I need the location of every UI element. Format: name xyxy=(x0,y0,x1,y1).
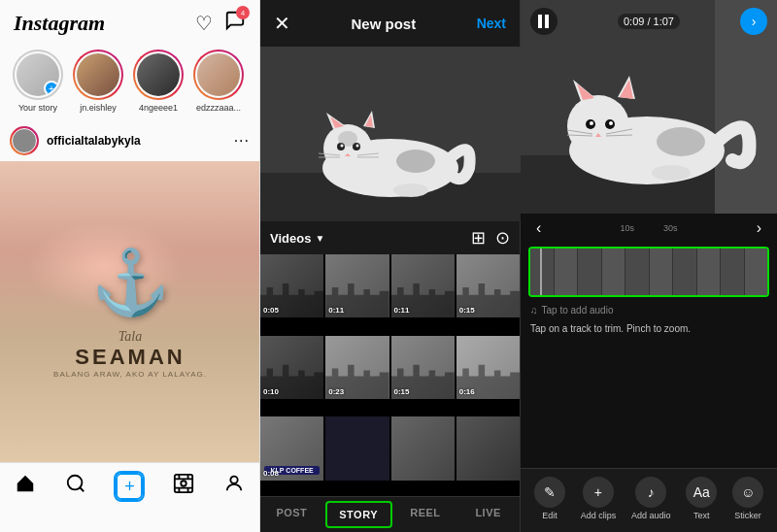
add-story-btn[interactable]: + xyxy=(44,81,59,96)
gallery-cell[interactable] xyxy=(391,416,455,480)
timeline-frame xyxy=(745,249,768,295)
filter-label[interactable]: Videos ▼ xyxy=(270,231,324,246)
trim-hint-text: Tap on a track to trim. Pinch to zoom. xyxy=(530,323,691,334)
newpost-close-btn[interactable]: ✕ xyxy=(274,12,290,35)
gallery-cell[interactable] xyxy=(456,416,520,480)
music-icon: ♫ xyxy=(530,305,538,316)
post-options-btn[interactable]: ··· xyxy=(234,132,250,150)
feed-panel: Instagram ♡ 4 + Your story xyxy=(0,0,260,532)
gallery-cell[interactable]: 0:11 xyxy=(391,254,455,317)
heart-icon[interactable]: ♡ xyxy=(195,12,213,35)
gallery-grid: 0:05 0:11 0:11 0:15 0:10 0:23 0:15 0:16 … xyxy=(260,254,520,496)
tab-story[interactable]: STORY xyxy=(325,501,392,528)
sticker-icon: ☺ xyxy=(732,477,763,508)
svg-point-43 xyxy=(657,127,705,156)
timeline-frame xyxy=(650,249,673,295)
tool-addclips-label: Add clips xyxy=(581,511,617,520)
tool-add-audio[interactable]: ♪ Add audio xyxy=(631,477,671,520)
gallery-cell[interactable]: 0:16 xyxy=(456,336,520,399)
timeline-strip[interactable] xyxy=(528,247,769,297)
gallery-icon[interactable]: ⊞ xyxy=(471,227,486,249)
tab-post[interactable]: POST xyxy=(260,497,323,532)
brand-script: Tala xyxy=(53,329,207,345)
nav-add-btn[interactable]: + xyxy=(116,473,143,500)
svg-point-28 xyxy=(567,95,629,157)
gallery-cell[interactable]: 0:15 xyxy=(391,336,455,399)
filter-text: Videos xyxy=(270,231,311,246)
gallery-cell[interactable]: 0:10 xyxy=(260,336,323,399)
timeline-prev-btn[interactable]: ‹ xyxy=(530,217,547,239)
editor-controls: 0:09 / 1:07 › xyxy=(521,8,777,35)
story-item-2[interactable]: 4ngeeee1 xyxy=(132,50,185,113)
filter-bar: Videos ▼ ⊞ ⊙ xyxy=(260,221,520,254)
svg-point-22 xyxy=(396,150,435,173)
editor-next-btn[interactable]: › xyxy=(740,8,767,35)
post-user-row: officialtalabykyla ··· xyxy=(0,120,259,161)
svg-point-35 xyxy=(590,121,593,125)
timeline-frame xyxy=(578,249,601,295)
cell-timestamp: 0:23 xyxy=(328,387,344,396)
svg-point-36 xyxy=(609,121,613,125)
cell-timestamp: 0:16 xyxy=(459,387,475,396)
feed-header: Instagram ♡ 4 xyxy=(0,0,259,44)
story-item-yours[interactable]: + Your story xyxy=(12,50,64,113)
nav-search-icon[interactable] xyxy=(65,473,86,500)
brand-subtitle: BALANG ARAW, AKO AY LALAYAG. xyxy=(53,370,207,379)
post-user-left: officialtalabykyla xyxy=(10,126,141,155)
gallery-cell[interactable]: 0:15 xyxy=(456,254,520,317)
newpost-tabbar: POST STORY REEL LIVE xyxy=(260,496,520,532)
story-label-yours: Your story xyxy=(18,103,57,113)
brand-title: SEAMAN xyxy=(53,345,207,370)
nav-reels-icon[interactable] xyxy=(173,473,194,500)
marker-30s: 30s xyxy=(663,223,678,233)
editor-timeline: ‹ 10s 30s › ♫ Tap to add audio xyxy=(521,214,777,468)
gallery-cell[interactable] xyxy=(325,416,388,480)
nav-profile-icon[interactable] xyxy=(223,473,245,500)
audio-hint-text: Tap to add audio xyxy=(542,305,614,316)
story-item-1[interactable]: jn.eishley xyxy=(72,50,124,113)
nav-home-icon[interactable] xyxy=(15,473,36,500)
newpost-next-btn[interactable]: Next xyxy=(477,16,506,31)
audio-hint: ♫ Tap to add audio xyxy=(521,301,777,319)
cell-timestamp: 0:15 xyxy=(394,387,410,396)
timeline-markers: 10s 30s xyxy=(620,223,677,233)
trim-hint: Tap on a track to trim. Pinch to zoom. xyxy=(521,319,777,340)
gallery-cell[interactable]: KLP COFFEE 0:08 xyxy=(260,416,323,480)
pause-btn[interactable] xyxy=(530,8,557,35)
camera-icon[interactable]: ⊙ xyxy=(495,227,510,249)
tool-sticker[interactable]: ☺ Sticker xyxy=(732,477,763,520)
editor-toolbar: ✎ Edit + Add clips ♪ Add audio Aa Text ☺… xyxy=(521,468,777,532)
svg-point-41 xyxy=(604,161,651,179)
text-icon: Aa xyxy=(686,477,717,508)
tool-add-clips[interactable]: + Add clips xyxy=(581,477,617,520)
post-username[interactable]: officialtalabykyla xyxy=(47,134,141,148)
editor-video: 0:09 / 1:07 › xyxy=(521,0,777,214)
tool-edit[interactable]: ✎ Edit xyxy=(534,477,565,520)
messenger-icon[interactable]: 4 xyxy=(224,10,246,36)
cat-preview-image xyxy=(260,47,521,221)
gallery-cell[interactable]: 0:11 xyxy=(325,254,388,317)
story-label-1: jn.eishley xyxy=(80,103,117,113)
newpost-header: ✕ New post Next xyxy=(260,0,520,47)
post-avatar[interactable] xyxy=(10,126,39,155)
header-icons: ♡ 4 xyxy=(195,10,246,36)
tool-text[interactable]: Aa Text xyxy=(686,477,717,520)
newpost-title: New post xyxy=(351,16,416,32)
tab-reel[interactable]: REEL xyxy=(394,497,457,532)
timeline-next-btn[interactable]: › xyxy=(751,217,767,239)
feed-nav: + xyxy=(0,462,259,514)
cell-timestamp: 0:08 xyxy=(263,469,279,478)
timeline-frame xyxy=(555,249,578,295)
story-item-3[interactable]: edzzzaaa... xyxy=(192,50,245,113)
gallery-cell[interactable]: 0:05 xyxy=(260,254,323,317)
tab-live[interactable]: LIVE xyxy=(456,497,520,532)
svg-rect-44 xyxy=(538,15,542,28)
svg-point-15 xyxy=(356,145,359,148)
svg-point-23 xyxy=(338,131,357,147)
gallery-cell[interactable]: 0:23 xyxy=(325,336,388,399)
svg-point-3 xyxy=(230,477,237,483)
timeline-frame xyxy=(673,249,696,295)
video-time: 0:09 / 1:07 xyxy=(618,14,680,29)
cell-timestamp: 0:15 xyxy=(459,306,475,315)
timeline-frame xyxy=(602,249,625,295)
